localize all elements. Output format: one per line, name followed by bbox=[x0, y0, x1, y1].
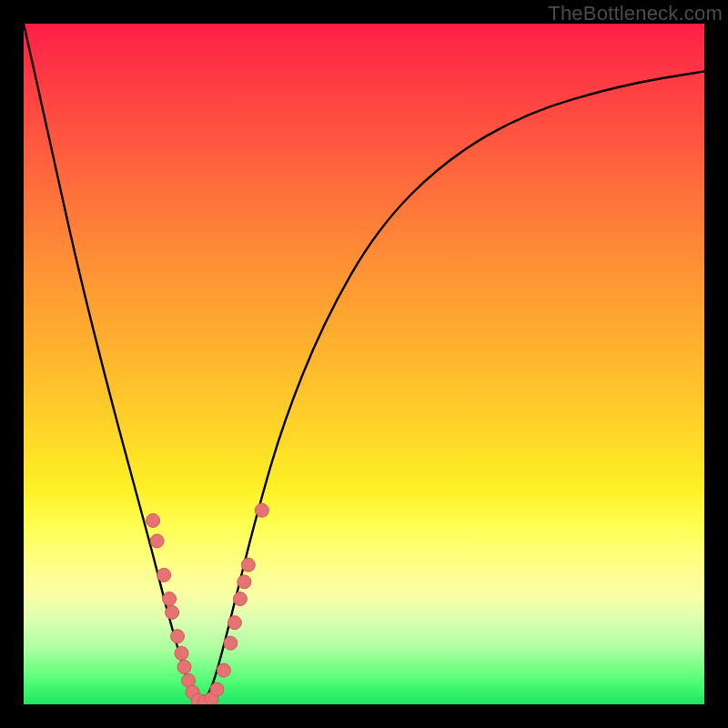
scatter-dot bbox=[166, 606, 179, 620]
bottleneck-curve bbox=[24, 24, 704, 701]
scatter-dot bbox=[233, 592, 247, 606]
scatter-dot bbox=[241, 558, 255, 571]
scatter-dot bbox=[177, 660, 191, 673]
scatter-dot bbox=[171, 630, 185, 643]
scatter-dot bbox=[238, 575, 251, 589]
scatter-dot bbox=[150, 534, 164, 548]
scatter-dot bbox=[255, 503, 268, 517]
scatter-dot bbox=[217, 663, 230, 677]
scatter-layer bbox=[147, 503, 269, 704]
scatter-dot bbox=[228, 616, 241, 630]
curve-layer bbox=[24, 24, 704, 701]
chart-svg bbox=[24, 24, 704, 704]
scatter-dot bbox=[210, 682, 224, 696]
scatter-dot bbox=[224, 636, 238, 650]
scatter-dot bbox=[175, 646, 188, 660]
scatter-dot bbox=[157, 568, 171, 581]
scatter-dot bbox=[163, 592, 177, 606]
chart-frame: TheBottleneck.com bbox=[0, 0, 728, 728]
scatter-dot bbox=[147, 514, 160, 528]
watermark-text: TheBottleneck.com bbox=[548, 2, 723, 25]
plot-area bbox=[24, 24, 704, 704]
